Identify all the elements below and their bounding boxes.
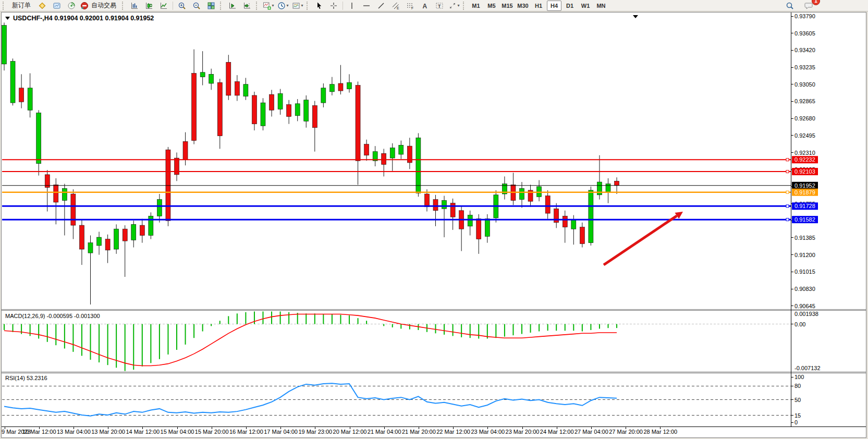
svg-text:0.91728: 0.91728 [794, 203, 815, 209]
fibonacci-icon: F [406, 2, 414, 10]
toolbar-zoom-out-button[interactable] [189, 0, 204, 11]
template-chart-icon [292, 2, 300, 10]
toolbar-grip [256, 2, 260, 10]
toolbar-periods-clock-button[interactable]: ▾ [276, 0, 290, 11]
toolbar-autoscroll-button[interactable] [225, 0, 240, 11]
periods-clock-icon [277, 2, 286, 10]
svg-text:0.92680: 0.92680 [794, 115, 815, 121]
tile-windows-icon [207, 2, 215, 10]
search-icon [786, 2, 794, 10]
gold-bars-icon [38, 2, 46, 10]
timeframe-d1-button[interactable]: D1 [563, 1, 577, 11]
svg-text:15 Mar 20:00: 15 Mar 20:00 [195, 429, 229, 435]
bar-chart-icon [130, 2, 139, 10]
indicators-add-icon [263, 2, 271, 10]
autotrade-label: 自动交易 [89, 1, 119, 10]
timeframe-h1-button[interactable]: H1 [531, 1, 546, 11]
svg-text:17 Mar 04:00: 17 Mar 04:00 [264, 429, 298, 435]
dropdown-caret-icon: ▾ [301, 3, 303, 8]
svg-text:F: F [411, 6, 413, 10]
line-chart-icon [160, 2, 168, 10]
search-button[interactable] [783, 0, 797, 11]
svg-text:24 Mar 12:00: 24 Mar 12:00 [540, 429, 574, 435]
toolbar-gold-bars-button[interactable] [35, 0, 50, 11]
svg-text:21 Mar 04:00: 21 Mar 04:00 [368, 429, 401, 435]
dropdown-caret-icon: ▾ [457, 3, 459, 8]
svg-text:23 Mar 04:00: 23 Mar 04:00 [471, 429, 505, 435]
toolbar-radar-button[interactable] [64, 0, 79, 11]
svg-text:20 Mar 12:00: 20 Mar 12:00 [333, 429, 367, 435]
svg-text:15 Mar 04:00: 15 Mar 04:00 [161, 429, 194, 435]
toolbar-bar-chart-button[interactable] [127, 0, 142, 11]
mt4-window: 新订单自动交易▾▾▾EFAT▾M1M5M15M30H1H4D1W1MN1 100… [0, 0, 868, 439]
toolbar-right-icons: 1 [783, 0, 816, 11]
timeframe-h4-button[interactable]: H4 [547, 1, 561, 11]
toolbar-chart-shift-button[interactable] [240, 0, 254, 11]
toolbar-shapes-arrows-button[interactable]: ▾ [447, 0, 461, 11]
new-order-button[interactable]: 新订单 [8, 0, 35, 11]
toolbar-grip [463, 2, 467, 10]
svg-text:0.00: 0.00 [794, 321, 805, 327]
timeframe-m30-button[interactable]: M30 [516, 1, 530, 11]
svg-text:27 Mar 20:00: 27 Mar 20:00 [609, 429, 643, 435]
toolbar-text-label-button[interactable]: T [432, 0, 447, 11]
svg-text:0.93605: 0.93605 [794, 30, 815, 36]
toolbar-trendline-button[interactable] [374, 0, 388, 11]
toolbar-separator [343, 2, 343, 10]
timeframe-mn-button[interactable]: MN [594, 1, 608, 11]
toolbar-crosshair-button[interactable] [326, 0, 341, 11]
timeframe-m5-button[interactable]: M5 [484, 1, 499, 11]
toolbar-indicators-add-button[interactable]: ▾ [261, 0, 276, 11]
timeframe-w1-button[interactable]: W1 [578, 1, 593, 11]
crosshair-icon [329, 2, 338, 10]
svg-text:16 Mar 12:00: 16 Mar 12:00 [229, 429, 263, 435]
toolbar-hline-button[interactable] [359, 0, 374, 11]
svg-text:0.91015: 0.91015 [794, 269, 815, 275]
text-a-icon: A [421, 2, 429, 10]
toolbar-grip [220, 2, 224, 10]
toolbar-vline-button[interactable] [345, 0, 359, 11]
toolbar-line-chart-button[interactable] [156, 0, 171, 11]
trendline-icon [377, 2, 385, 10]
svg-text:T: T [438, 3, 441, 8]
autotrade-icon [80, 2, 89, 10]
chart-canvas[interactable]: 10080501500.0019380.00-0.0071320.937900.… [1, 12, 866, 438]
svg-text:0.91582: 0.91582 [794, 216, 815, 223]
timeframe-m1-button[interactable]: M1 [469, 1, 483, 11]
svg-text:0.001938: 0.001938 [794, 311, 818, 317]
svg-text:14 Mar 12:00: 14 Mar 12:00 [126, 429, 160, 435]
toolbar-candle-chart-button[interactable] [142, 0, 156, 11]
hline-icon [362, 2, 371, 10]
toolbar-text-a-button[interactable]: A [418, 0, 432, 11]
svg-text:0.92103: 0.92103 [794, 168, 815, 175]
toolbar-grip [3, 2, 6, 10]
toolbar-channel-button[interactable]: E [388, 0, 403, 11]
chart-window[interactable]: 10080501500.0019380.00-0.0071320.937900.… [1, 12, 866, 438]
toolbar-grip [122, 2, 126, 10]
toolbar-separator [173, 2, 173, 10]
svg-text:0.92495: 0.92495 [794, 132, 815, 139]
new-order-label: 新订单 [9, 1, 33, 10]
notification-badge[interactable]: 1 [812, 0, 820, 5]
svg-text:23 Mar 20:00: 23 Mar 20:00 [506, 429, 540, 435]
svg-text:0.92865: 0.92865 [794, 98, 815, 104]
macd-label: MACD(12,26,9) -0.000595 -0.001300 [5, 313, 100, 319]
svg-text:13 Mar 20:00: 13 Mar 20:00 [91, 429, 125, 435]
toolbar-template-chart-button[interactable]: ▾ [290, 0, 305, 11]
svg-text:0.91385: 0.91385 [794, 235, 815, 241]
autotrade-button[interactable]: 自动交易 [79, 0, 120, 11]
radar-icon [67, 2, 76, 10]
toolbar-zoom-in-button[interactable] [175, 0, 189, 11]
rsi-label: RSI(14) 53.2316 [5, 375, 47, 381]
timeframe-m15-button[interactable]: M15 [500, 1, 515, 11]
dropdown-caret-icon: ▾ [286, 3, 288, 8]
toolbar-fibonacci-button[interactable]: F [403, 0, 418, 11]
svg-text:0.91952: 0.91952 [794, 182, 815, 189]
channel-icon: E [392, 2, 400, 10]
toolbar-tile-windows-button[interactable] [204, 0, 218, 11]
dropdown-caret-icon: ▾ [272, 3, 274, 8]
toolbar-cursor-arrow-button[interactable] [312, 0, 326, 11]
svg-text:0.92232: 0.92232 [794, 156, 815, 163]
svg-text:100: 100 [794, 374, 804, 380]
toolbar-profile-window-button[interactable] [50, 0, 64, 11]
